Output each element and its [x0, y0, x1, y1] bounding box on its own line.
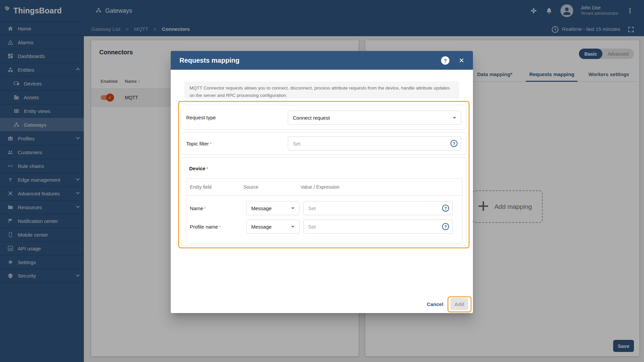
field-help-icon[interactable]: ? [442, 205, 449, 212]
field-help-icon[interactable]: ? [450, 140, 458, 147]
topic-filter-field: ? [288, 136, 461, 150]
add-button[interactable]: Add [450, 298, 468, 310]
required-marker: * [206, 166, 208, 171]
name-source-select[interactable]: Message [246, 201, 300, 215]
name-row-label: Name* [190, 205, 206, 211]
device-table: Entity field Source Value / Expression N… [186, 178, 463, 244]
request-type-select[interactable]: Connect request [288, 111, 461, 125]
requests-mapping-dialog: Requests mapping ? ✕ MQTT Connector requ… [171, 51, 473, 313]
profile-name-source-select[interactable]: Message [246, 220, 300, 234]
name-source-value: Message [251, 205, 272, 211]
column-entity-field: Entity field [186, 184, 244, 190]
dialog-header: Requests mapping ? ✕ [171, 51, 473, 70]
profile-name-row-label: Profile name* [190, 224, 221, 230]
dropdown-arrow-icon [291, 207, 294, 209]
required-marker: * [219, 225, 221, 230]
required-marker: * [204, 206, 206, 211]
request-type-label: Request type [186, 115, 216, 120]
topic-filter-label: Topic filter* [186, 141, 212, 146]
column-source: Source [244, 184, 301, 190]
dialog-title: Requests mapping [179, 57, 239, 64]
field-help-icon[interactable]: ? [442, 223, 449, 230]
required-marker: * [210, 141, 212, 146]
profile-name-source-value: Message [251, 224, 272, 230]
help-icon[interactable]: ? [441, 56, 449, 65]
topic-filter-card: Topic filter* ? [181, 132, 467, 155]
dropdown-arrow-icon [453, 117, 456, 119]
request-type-value: Connect request [293, 115, 330, 121]
profile-name-value-input[interactable] [304, 220, 452, 233]
request-type-card: Request type Connect request [181, 105, 467, 130]
device-card: Device* Entity field Source Value / Expr… [181, 157, 467, 246]
column-value-expression: Value / Expression [301, 184, 339, 190]
dropdown-arrow-icon [291, 226, 294, 228]
thingsboard-app: ThingsBoard Home Alarms Dashboards Entit… [0, 0, 644, 362]
dialog-description: MQTT Connector requests allows you to co… [184, 81, 459, 99]
close-icon[interactable]: ✕ [459, 57, 464, 64]
profile-name-value-field: ? [303, 220, 453, 234]
cancel-button[interactable]: Cancel [425, 298, 445, 310]
topic-filter-input[interactable] [288, 137, 461, 150]
name-value-input[interactable] [304, 201, 452, 215]
device-label: Device* [189, 166, 208, 171]
device-table-header: Entity field Source Value / Expression [186, 179, 462, 195]
name-value-field: ? [303, 201, 453, 215]
